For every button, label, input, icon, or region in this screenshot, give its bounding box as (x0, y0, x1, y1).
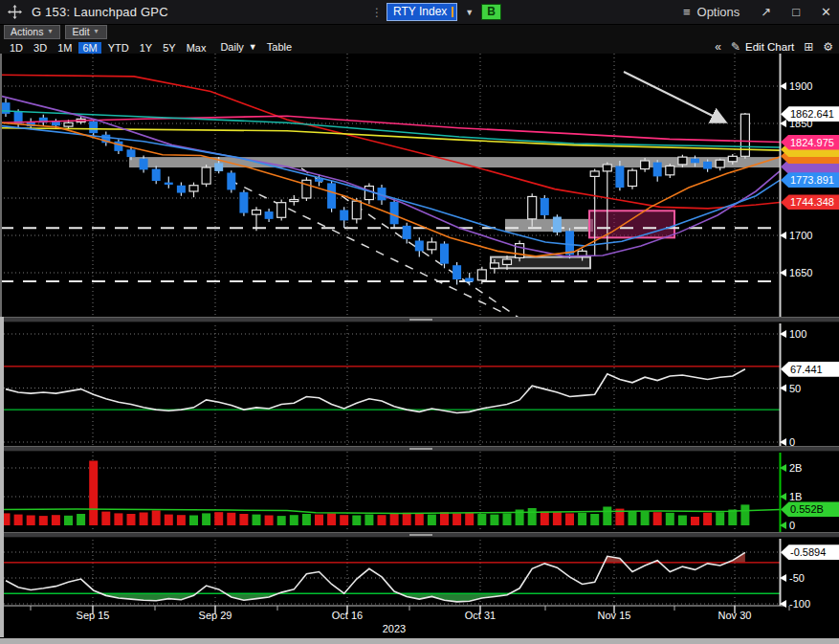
volume-ma-line (0, 509, 780, 514)
range-tab-3d[interactable]: 3D (30, 42, 51, 55)
gear-icon[interactable]: ⚙ (823, 40, 833, 54)
left-edge (0, 54, 2, 317)
price-panel (0, 75, 780, 329)
drag-handle-icon[interactable]: ⋮ (371, 6, 383, 19)
range-tab-1d[interactable]: 1D (6, 42, 27, 55)
chevron-down-icon: ▼ (249, 42, 257, 52)
annotate-icon[interactable]: ⊞ (804, 40, 813, 54)
chart-canvas[interactable] (0, 54, 839, 632)
title-bar: G 153: Launchpad GPC ⋮ RTY Index ▼ B ≡ O… (0, 0, 839, 25)
range-tab-1m[interactable]: 1M (54, 42, 76, 55)
pencil-icon[interactable]: ✎ (731, 40, 740, 54)
table-button[interactable]: Table (267, 41, 292, 53)
chevron-down-icon: ▾ (95, 26, 99, 37)
chevron-down-icon[interactable]: ▼ (465, 8, 474, 17)
arrow-annotation (624, 72, 724, 122)
range-tab-ytd[interactable]: YTD (104, 42, 133, 55)
security-input[interactable]: RTY Index (386, 3, 457, 21)
menu-icon: ≡ (683, 5, 691, 19)
range-toolbar: 1D3D1M6MYTD1Y5YMax Daily ▼ Table « ✎ Edi… (0, 39, 839, 54)
panel-separator[interactable] (0, 532, 839, 538)
wpr-oversold-fill (6, 552, 745, 602)
range-tab-5y[interactable]: 5Y (159, 42, 179, 55)
range-tab-max[interactable]: Max (183, 42, 210, 55)
panel-separator[interactable] (0, 317, 839, 322)
chevron-down-icon: ▾ (48, 26, 52, 37)
bloomberg-b-button[interactable]: B (481, 4, 501, 20)
maximize-icon[interactable]: □ (792, 5, 800, 19)
left-scroll-edge[interactable] (0, 317, 4, 637)
range-tab-1y[interactable]: 1Y (136, 42, 156, 55)
bottom-window-edge[interactable] (0, 638, 839, 644)
edit-chart-button[interactable]: Edit Chart (745, 41, 794, 53)
panel-separator[interactable] (0, 446, 839, 452)
range-tabs: 1D3D1M6MYTD1Y5YMax (6, 38, 212, 56)
move-icon[interactable] (8, 5, 22, 19)
volume-bars (2, 461, 750, 526)
periodicity-button[interactable]: Daily ▼ (220, 41, 256, 53)
options-button[interactable]: ≡ Options (683, 5, 740, 19)
options-label: Options (697, 5, 740, 19)
collapse-icon[interactable]: « (715, 40, 721, 54)
rsi-line (6, 369, 745, 413)
launchpad-chart-window: G 153: Launchpad GPC ⋮ RTY Index ▼ B ≡ O… (0, 0, 839, 644)
window-title: G 153: Launchpad GPC (32, 5, 168, 19)
range-tab-6m[interactable]: 6M (78, 42, 100, 55)
chart-area[interactable]: 19001850170016501005002B1B0-50-1001862.6… (0, 54, 839, 644)
close-icon[interactable]: ✕ (821, 5, 831, 19)
popout-icon[interactable]: ↗ (761, 5, 771, 19)
